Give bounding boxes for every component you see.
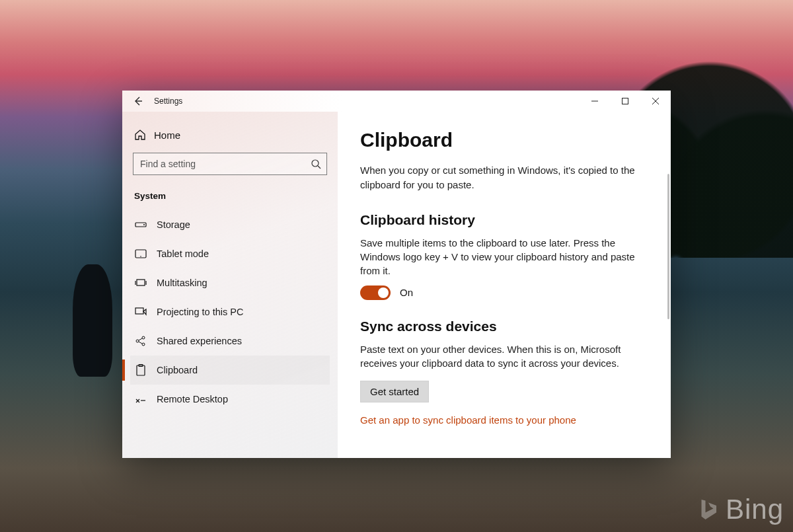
maximize-icon <box>622 98 628 104</box>
svg-rect-11 <box>137 365 145 375</box>
sidebar-item-label: Storage <box>157 219 190 230</box>
desktop-wallpaper: Settings Home <box>0 0 793 532</box>
tablet-icon <box>134 249 147 258</box>
page-title: Clipboard <box>360 129 648 151</box>
home-icon <box>134 129 146 141</box>
toggle-knob <box>378 287 389 298</box>
search-box[interactable] <box>133 153 327 175</box>
minimize-icon <box>591 98 598 104</box>
remote-icon <box>134 395 147 404</box>
sidebar-item-clipboard[interactable]: Clipboard <box>130 356 330 385</box>
history-heading: Clipboard history <box>360 212 648 228</box>
clipboard-icon <box>134 364 147 376</box>
history-toggle[interactable] <box>360 285 391 300</box>
shared-icon <box>134 336 147 346</box>
search-input[interactable] <box>140 159 311 169</box>
sidebar-nav: Storage Tablet mode Multitasking <box>130 210 330 414</box>
bing-watermark-text: Bing <box>726 494 784 525</box>
svg-point-10 <box>142 343 145 346</box>
sync-desc: Paste text on your other devices. When t… <box>360 342 644 370</box>
svg-rect-6 <box>137 280 145 285</box>
bing-logo-icon <box>697 498 720 521</box>
bing-watermark: Bing <box>697 494 784 525</box>
svg-rect-7 <box>135 308 143 314</box>
titlebar[interactable]: Settings <box>122 91 671 112</box>
intro-text: When you copy or cut something in Window… <box>360 163 644 192</box>
home-nav[interactable]: Home <box>130 124 330 151</box>
back-button[interactable] <box>122 91 154 112</box>
sync-app-link[interactable]: Get an app to sync clipboard items to yo… <box>360 414 576 426</box>
svg-point-5 <box>140 256 141 257</box>
storage-icon <box>134 221 147 229</box>
window-title: Settings <box>154 96 182 106</box>
svg-point-8 <box>136 340 139 342</box>
projecting-icon <box>134 307 147 317</box>
sidebar-item-remote[interactable]: Remote Desktop <box>130 385 330 414</box>
sidebar-item-label: Tablet mode <box>157 248 209 259</box>
home-label: Home <box>154 130 180 141</box>
window-controls <box>580 91 671 112</box>
sidebar-item-projecting[interactable]: Projecting to this PC <box>130 297 330 326</box>
sidebar-item-label: Clipboard <box>157 365 198 375</box>
svg-rect-0 <box>623 98 628 104</box>
search-icon <box>311 159 321 169</box>
history-toggle-label: On <box>400 287 413 298</box>
arrow-left-icon <box>133 96 143 106</box>
close-button[interactable] <box>640 91 671 112</box>
sidebar-item-shared[interactable]: Shared experiences <box>130 326 330 356</box>
sidebar-section-title: System <box>130 187 330 210</box>
sidebar-item-tablet[interactable]: Tablet mode <box>130 239 330 268</box>
minimize-button[interactable] <box>580 91 610 112</box>
settings-window: Settings Home <box>122 91 671 458</box>
sidebar-item-storage[interactable]: Storage <box>130 210 330 239</box>
wallpaper-silhouette <box>73 264 112 377</box>
sync-heading: Sync across devices <box>360 319 648 334</box>
svg-point-3 <box>143 224 145 225</box>
sidebar-item-label: Remote Desktop <box>157 394 228 404</box>
maximize-button[interactable] <box>610 91 640 112</box>
sidebar-item-label: Shared experiences <box>157 336 242 346</box>
sidebar-item-label: Multitasking <box>157 278 208 288</box>
svg-point-1 <box>312 160 319 167</box>
sidebar-item-multitasking[interactable]: Multitasking <box>130 268 330 297</box>
scrollbar[interactable] <box>667 174 669 319</box>
history-desc: Save multiple items to the clipboard to … <box>360 236 644 278</box>
multitasking-icon <box>134 278 147 287</box>
main-content: Clipboard When you copy or cut something… <box>338 112 671 458</box>
get-started-button[interactable]: Get started <box>360 381 429 402</box>
sidebar: Home System Storage <box>122 112 338 458</box>
sidebar-item-label: Projecting to this PC <box>157 307 243 317</box>
svg-point-9 <box>142 336 145 339</box>
close-icon <box>652 98 659 104</box>
